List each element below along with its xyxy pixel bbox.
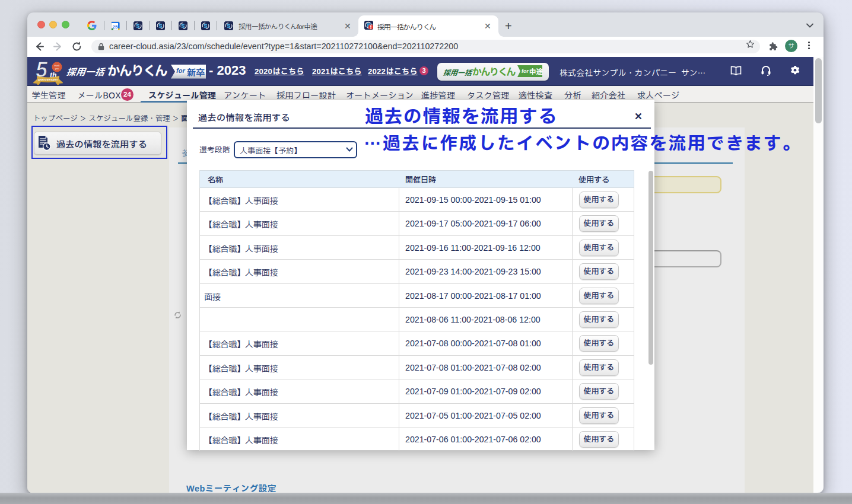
svg-text:ANNIVERSARY: ANNIVERSARY <box>38 78 58 81</box>
svg-text:25: 25 <box>113 24 118 30</box>
svg-text:you: you <box>55 68 59 70</box>
svg-text:thank: thank <box>55 65 60 67</box>
